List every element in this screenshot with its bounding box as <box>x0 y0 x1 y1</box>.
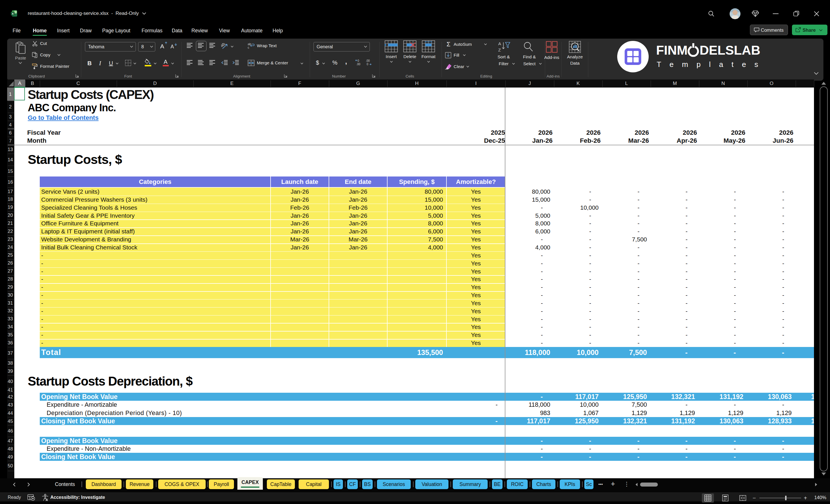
svg-text:.00: .00 <box>366 59 370 62</box>
svg-text:c: c <box>248 46 249 49</box>
svg-text:0: 0 <box>357 59 359 62</box>
svg-text:.00: .00 <box>356 63 360 66</box>
svg-text:Z: Z <box>498 48 501 52</box>
svg-text:ab: ab <box>221 42 226 48</box>
svg-text:x: x <box>12 12 14 15</box>
svg-text:A: A <box>498 41 501 46</box>
svg-text:0: 0 <box>367 63 369 66</box>
svg-text:ab: ab <box>248 42 251 46</box>
